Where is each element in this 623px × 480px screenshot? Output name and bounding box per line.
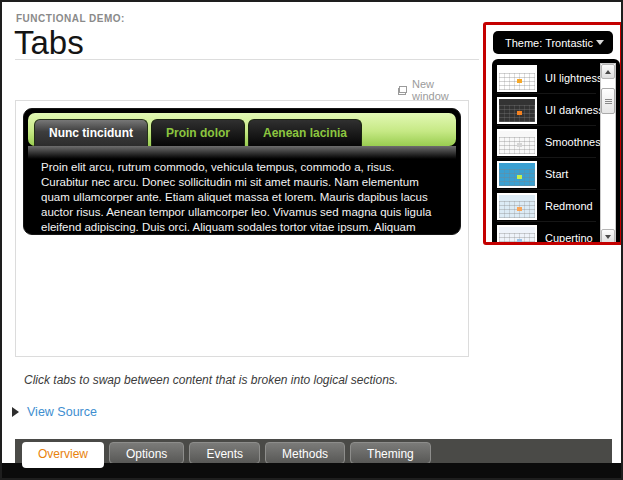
calendar-thumbnail [497,129,537,156]
view-source-link[interactable]: View Source [12,405,97,419]
calendar-thumbnail [497,65,537,92]
tab-methods[interactable]: Methods [265,442,345,464]
theme-item-label: Start [545,168,568,180]
new-window-label: New window [412,78,468,102]
doc-tab-bar: Overview Options Events Methods Theming [15,439,612,464]
theme-item-start[interactable]: Start [497,159,596,190]
tab-events[interactable]: Events [189,442,260,464]
demo-caption: Click tabs to swap between content that … [24,373,398,387]
theme-item-redmond[interactable]: Redmond [497,191,596,222]
tabs-widget: Nunc tincidunt Proin dolor Aenean lacini… [23,108,461,235]
content-top-gradient [28,146,456,159]
tab-theming[interactable]: Theming [350,442,431,464]
demo-panel: Nunc tincidunt Proin dolor Aenean lacini… [15,100,469,357]
new-window-link[interactable]: New window [398,78,468,102]
view-source-label: View Source [27,405,97,419]
tab-panel-content: Proin elit arcu, rutrum commodo, vehicul… [28,159,456,235]
expand-arrow-icon [12,407,19,417]
theme-switcher-label: Theme: Trontastic [505,37,593,49]
calendar-thumbnail [497,97,537,124]
demo-page: FUNCTIONAL DEMO: Tabs New window Nunc ti… [0,0,623,480]
calendar-thumbnail [497,225,537,246]
theme-item-label: Redmond [545,200,593,212]
eyebrow-label: FUNCTIONAL DEMO: [16,13,125,24]
new-window-icon [398,86,407,95]
theme-item-smoothness[interactable]: Smoothness [497,127,596,158]
arrow-down-icon [605,235,611,239]
tab-aenean-lacinia[interactable]: Aenean lacinia [248,119,362,146]
chevron-down-icon [596,40,604,45]
tabs-widget-header: Nunc tincidunt Proin dolor Aenean lacini… [28,113,456,146]
theme-switcher-annotation-box: Theme: Trontastic UI lightness UI darkne… [483,22,623,245]
theme-switcher-button[interactable]: Theme: Trontastic [493,31,613,54]
scroll-down-button[interactable] [601,229,615,244]
scroll-up-button[interactable] [601,64,615,79]
theme-item-cupertino[interactable]: Cupertino [497,223,596,245]
theme-item-label: UI lightness [545,72,602,84]
scrollbar-thumb[interactable] [601,88,615,114]
tab-nunc-tincidunt[interactable]: Nunc tincidunt [34,119,148,146]
theme-item-ui-darkness[interactable]: UI darkness [497,95,596,126]
tab-proin-dolor[interactable]: Proin dolor [151,119,245,146]
tab-options[interactable]: Options [109,442,184,464]
page-title: Tabs [14,24,84,62]
calendar-thumbnail [497,161,537,188]
title-divider [15,59,479,60]
theme-item-label: Cupertino [545,232,593,244]
calendar-thumbnail [497,193,537,220]
tab-overview[interactable]: Overview [22,442,104,468]
theme-item-label: Smoothness [545,136,606,148]
theme-item-ui-lightness[interactable]: UI lightness [497,63,596,94]
theme-item-label: UI darkness [545,104,604,116]
arrow-up-icon [605,70,611,74]
dropdown-scrollbar[interactable] [600,63,616,245]
